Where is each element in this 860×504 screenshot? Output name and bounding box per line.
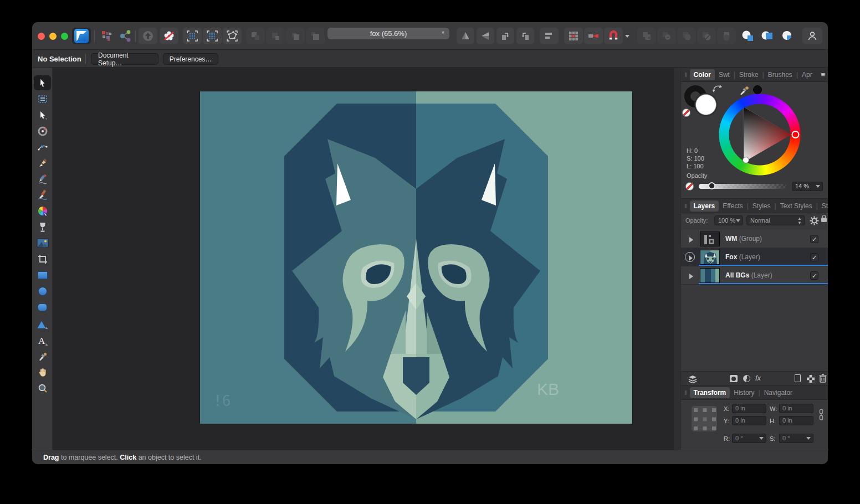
flip-horizontal-button[interactable] [457, 28, 474, 44]
opacity-slider-knob[interactable] [708, 182, 715, 189]
canvas-viewport[interactable]: KB !6 [53, 68, 674, 450]
panel-menu-icon[interactable]: ≡ [821, 70, 825, 79]
account-button[interactable] [802, 28, 822, 44]
insert-inside-button[interactable] [758, 28, 777, 44]
vector-brush-tool[interactable] [34, 187, 51, 202]
visibility-checkbox[interactable]: ✓ [810, 235, 818, 243]
tab-styles[interactable]: Styles [749, 200, 775, 212]
panel-drag-handle[interactable]: ‖ [684, 389, 688, 396]
visibility-checkbox[interactable]: ✓ [810, 253, 818, 261]
expand-icon[interactable] [689, 255, 693, 261]
layers-opacity-dropdown[interactable]: 100 % [714, 215, 743, 225]
order-backward-button[interactable] [266, 28, 285, 44]
snapping-magnet-button[interactable] [604, 28, 623, 44]
blend-mode-dropdown[interactable]: Normal ▲▼ [746, 215, 805, 225]
place-image-tool[interactable] [34, 235, 51, 250]
h-field[interactable]: 0 in [779, 416, 813, 425]
layer-effects-icon[interactable]: fx [755, 374, 761, 382]
zoom-window-button[interactable] [61, 33, 68, 40]
tab-stroke[interactable]: Stroke [735, 69, 762, 80]
document-setup-button[interactable]: Document Setup… [91, 53, 158, 65]
layer-row-fox[interactable]: Fox (Layer) ✓ [681, 248, 828, 266]
adjustment-layer-icon[interactable] [743, 375, 750, 382]
pen-tool[interactable] [34, 156, 51, 171]
point-transform-tool[interactable] [34, 124, 51, 138]
node-tool[interactable] [34, 107, 51, 122]
flower-slash-button[interactable] [160, 28, 178, 44]
tab-effects[interactable]: Effects [719, 200, 746, 212]
grid-snap-a-button[interactable] [183, 28, 202, 44]
expand-icon[interactable] [689, 237, 693, 243]
boolean-combine-button[interactable] [717, 28, 736, 44]
new-layer-icon[interactable] [795, 374, 801, 382]
artboard[interactable]: KB !6 [200, 91, 632, 424]
x-field[interactable]: 0 in [732, 404, 766, 413]
y-field[interactable]: 0 in [732, 416, 766, 425]
delete-layer-icon[interactable] [819, 374, 827, 383]
w-field[interactable]: 0 in [779, 404, 813, 413]
opacity-none-chip[interactable] [685, 182, 694, 191]
layer-thumbnail[interactable] [700, 268, 720, 283]
tab-swatches[interactable]: Swt [715, 69, 734, 80]
tab-color[interactable]: Color [690, 69, 715, 80]
move-tool[interactable] [34, 75, 51, 90]
preferences-button[interactable]: Preferences… [163, 53, 218, 65]
boolean-add-button[interactable]: + [637, 28, 656, 44]
mask-layer-icon[interactable] [730, 375, 738, 382]
order-back-button[interactable] [246, 28, 265, 44]
document-title[interactable]: fox (65.6%) * [327, 28, 449, 39]
boolean-divide-button[interactable] [697, 28, 716, 44]
rotate-cw-button[interactable] [516, 28, 534, 44]
tab-navigator[interactable]: Navigator [760, 387, 796, 398]
layer-row-wm[interactable]: WM (Group) ✓ [681, 230, 828, 248]
layer-stack-icon[interactable] [688, 374, 698, 383]
tab-text-styles[interactable]: Text Styles [776, 200, 816, 212]
pencil-tool[interactable] [34, 172, 51, 187]
alignment-button[interactable] [540, 28, 559, 44]
designer-persona-button[interactable] [72, 28, 91, 44]
boolean-intersect-button[interactable] [677, 28, 696, 44]
opacity-value-box[interactable]: 14 % [792, 182, 823, 191]
tab-appearance[interactable]: Apr [798, 69, 816, 80]
insert-on-top-button[interactable] [778, 28, 797, 44]
anchor-selector[interactable] [691, 405, 718, 432]
grid-toggle-button[interactable] [564, 28, 583, 44]
sl-triangle[interactable] [713, 88, 807, 182]
lock-icon[interactable] [821, 218, 827, 222]
triangle-tool[interactable] [34, 317, 51, 332]
insert-behind-button[interactable] [738, 28, 757, 44]
arrow-up-circle-button[interactable] [139, 28, 157, 44]
pixel-persona-button[interactable] [98, 28, 116, 44]
view-tool[interactable] [34, 364, 51, 379]
tab-brushes[interactable]: Brushes [764, 69, 796, 80]
link-dimensions-icon[interactable] [818, 409, 824, 421]
dynamic-guides-button[interactable] [584, 28, 603, 44]
color-picker-tool[interactable] [34, 349, 51, 364]
no-color-chip[interactable] [682, 109, 690, 117]
close-button[interactable] [38, 33, 45, 40]
panel-drag-handle[interactable]: ‖ [684, 71, 688, 78]
minimize-button[interactable] [49, 33, 57, 40]
opacity-slider[interactable] [699, 184, 786, 189]
rotate-ccw-button[interactable] [496, 28, 514, 44]
ellipse-tool[interactable] [34, 284, 51, 299]
zoom-tool[interactable] [34, 380, 51, 395]
order-forward-button[interactable] [286, 28, 305, 44]
visibility-checkbox[interactable]: ✓ [810, 271, 818, 280]
grid-snap-b-button[interactable] [203, 28, 222, 44]
corner-tool[interactable] [34, 140, 51, 155]
vector-crop-tool[interactable] [34, 251, 51, 266]
transparency-tool[interactable] [34, 219, 51, 234]
panel-drag-handle[interactable]: ‖ [684, 203, 688, 209]
layer-thumbnail[interactable] [700, 232, 720, 246]
tab-stock[interactable]: Stock [818, 200, 828, 212]
rounded-rectangle-tool[interactable] [34, 300, 51, 315]
shear-field[interactable]: 0 ° [779, 434, 813, 443]
flip-vertical-button[interactable] [477, 28, 494, 44]
expand-icon[interactable] [689, 274, 693, 279]
grid-lasso-button[interactable] [223, 28, 242, 44]
gear-icon[interactable] [810, 216, 819, 225]
snapping-caret-button[interactable] [623, 28, 632, 44]
tab-history[interactable]: History [730, 387, 758, 398]
layer-row-all-bgs[interactable]: All BGs (Layer) ✓ [681, 266, 828, 285]
